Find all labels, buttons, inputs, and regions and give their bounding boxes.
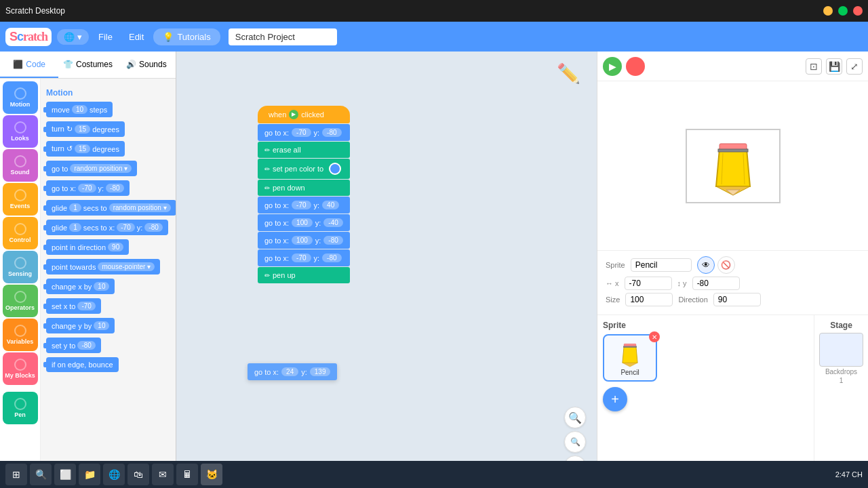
cat-sound[interactable]: Sound [3, 149, 38, 182]
sprite-y-input[interactable] [692, 277, 740, 290]
block-glide-xy[interactable]: glide 1 secs to x: -70 y: -80 [46, 220, 168, 235]
cat-control[interactable]: Control [3, 217, 38, 249]
cat-sensing[interactable]: Sensing [3, 251, 38, 283]
file-explorer-button[interactable]: 📁 [79, 464, 100, 485]
script-goto4[interactable]: go to x: 100 y: -80 [258, 232, 350, 249]
blocks-area: Motion Looks Sound Events Control [0, 79, 176, 488]
canvas-pencil-icon: ✏️ [557, 62, 580, 85]
direction-label: Direction [678, 296, 707, 304]
scratch-taskbar-button[interactable]: 🐱 [201, 464, 222, 485]
browser-button[interactable]: 🌐 [103, 464, 125, 485]
pencil-sprite-display [686, 129, 781, 203]
edit-menu[interactable]: Edit [122, 28, 151, 46]
block-change-x[interactable]: change x by 10 [46, 279, 115, 294]
menubar: Scratch 🌐 ▾ File Edit 💡 Tutorials [0, 22, 868, 52]
block-turn-cw[interactable]: turn ↻ 15 degrees [46, 121, 125, 137]
script-goto1[interactable]: go to x: -70 y: -80 [258, 124, 350, 141]
start-button[interactable]: ⊞ [5, 464, 27, 485]
sprite-x-input[interactable] [625, 277, 672, 290]
sounds-icon: 🔊 [126, 60, 136, 69]
tab-costumes[interactable]: 👕 Costumes [58, 52, 117, 78]
floating-block[interactable]: go to x: 24 y: 139 [248, 363, 337, 381]
block-change-y[interactable]: change y by 10 [46, 318, 115, 333]
script-goto5[interactable]: go to x: -70 y: -80 [258, 249, 350, 266]
cat-my-blocks[interactable]: My Blocks [3, 352, 38, 385]
block-set-y[interactable]: set y to -80 [46, 338, 101, 353]
tab-sounds[interactable]: 🔊 Sounds [117, 52, 176, 78]
sprite-thumb-pencil[interactable]: ✕ Pencil [603, 334, 657, 382]
cat-variables[interactable]: Variables [3, 319, 38, 351]
block-point-towards[interactable]: point towards mouse-pointer ▾ [46, 259, 160, 274]
cat-looks[interactable]: Looks [3, 115, 38, 148]
sprite-direction-input[interactable] [713, 293, 761, 306]
zoom-in-button[interactable]: 🔍 [564, 407, 586, 428]
code-icon: ⬛ [13, 60, 23, 69]
stage-expand-button[interactable]: ⊡ [806, 58, 822, 75]
sprite-label: Sprite [606, 261, 625, 269]
zoom-out-button[interactable]: 🔍 [564, 431, 586, 453]
block-glide-random[interactable]: glide 1 secs to random position ▾ [46, 200, 176, 216]
right-panel: ▶ ⊡ 💾 ⤢ [597, 52, 868, 488]
categories-panel: Motion Looks Sound Events Control [0, 79, 41, 488]
script-erase[interactable]: ✏ erase all [258, 142, 350, 158]
store-button[interactable]: 🛍 [127, 464, 149, 485]
sprite-name-input[interactable] [631, 258, 692, 272]
code-canvas: ✏️ when ▶ clicked go to x: -70 y: -80 ✏ … [176, 52, 597, 488]
file-menu[interactable]: File [92, 28, 119, 46]
pen-color-swatch[interactable] [329, 163, 341, 175]
maximize-button[interactable] [838, 6, 848, 16]
sprite-info: Sprite 👁 🚫 ↔ x ↕ y Size Direction [597, 251, 868, 315]
cat-events[interactable]: Events [3, 183, 38, 216]
stage-fullscreen-button[interactable]: ⤢ [846, 58, 863, 75]
search-taskbar-button[interactable]: 🔍 [30, 464, 52, 485]
cat-pen[interactable]: Pen [3, 392, 38, 424]
pen-icon3: ✏ [264, 184, 270, 192]
close-button[interactable] [853, 6, 863, 16]
show-hidden-button[interactable]: 🚫 [717, 256, 735, 274]
add-sprite-button[interactable]: + [603, 387, 627, 411]
minimize-button[interactable] [823, 6, 833, 16]
size-label: Size [606, 296, 620, 304]
cat-motion[interactable]: Motion [3, 81, 38, 114]
mail-button[interactable]: ✉ [152, 464, 174, 485]
sprites-title: Sprite [603, 321, 626, 330]
block-point-direction[interactable]: point in direction 90 [46, 239, 129, 255]
script-pen-down[interactable]: ✏ pen down [258, 180, 350, 196]
script-goto2[interactable]: go to x: -70 y: 40 [258, 197, 350, 214]
stop-button[interactable] [626, 57, 645, 76]
block-move[interactable]: move 10 steps [46, 102, 113, 117]
show-visible-button[interactable]: 👁 [697, 256, 715, 274]
project-name-input[interactable] [229, 28, 337, 45]
green-flag-button[interactable]: ▶ [603, 57, 622, 76]
globe-icon: 🌐 [64, 32, 75, 42]
tab-code[interactable]: ⬛ Code [0, 52, 58, 78]
task-view-button[interactable]: ⬜ [54, 464, 76, 485]
taskbar: ⊞ 🔍 ⬜ 📁 🌐 🛍 ✉ 🖩 🐱 2:47 CH [0, 461, 868, 488]
script-pen-up[interactable]: ✏ pen up [258, 267, 350, 283]
sprite-thumb-svg [616, 340, 644, 367]
pen-icon: ✏ [264, 146, 270, 154]
sprite-delete-button[interactable]: ✕ [649, 331, 660, 342]
block-bounce[interactable]: if on edge, bounce [46, 357, 119, 372]
block-goto-xy[interactable]: go to x: -70 y: -80 [46, 180, 130, 196]
cat-operators[interactable]: Operators [3, 285, 38, 317]
script-goto3[interactable]: go to x: 100 y: -40 [258, 214, 350, 231]
script-pen-color[interactable]: ✏ set pen color to [258, 159, 350, 179]
section-title: Motion [46, 88, 170, 98]
stage-thumb[interactable] [819, 333, 863, 367]
tutorials-button[interactable]: 💡 Tutorials [153, 28, 220, 45]
block-turn-ccw[interactable]: turn ↺ 15 degrees [46, 141, 125, 157]
script-hat-block[interactable]: when ▶ clicked [258, 106, 350, 123]
blocks-list: Motion move 10 steps turn ↻ 15 degrees [41, 79, 176, 488]
stage-save-button[interactable]: 💾 [826, 58, 842, 75]
y-icon: ↕ y [677, 279, 687, 287]
titlebar: Scratch Desktop [0, 0, 868, 22]
globe-menu[interactable]: 🌐 ▾ [57, 29, 89, 45]
tabs-row: ⬛ Code 👕 Costumes 🔊 Sounds [0, 52, 176, 79]
sprite-size-input[interactable] [625, 293, 673, 306]
block-goto-random[interactable]: go to random position ▾ [46, 161, 137, 176]
scratch-logo: Scratch [5, 28, 52, 46]
block-set-x[interactable]: set x to -70 [46, 298, 101, 314]
sprite-thumb-name: Pencil [620, 369, 639, 376]
calculator-button[interactable]: 🖩 [176, 464, 198, 485]
